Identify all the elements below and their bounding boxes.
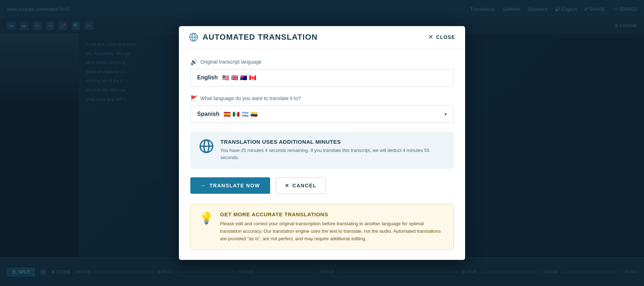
- target-lang-name: Spanish: [197, 111, 219, 117]
- flag-ar: 🇦🇷: [241, 111, 249, 118]
- target-lang-section: 🚩 What language do you want to translate…: [190, 95, 454, 123]
- info-box-content: TRANSLATION USES ADDITIONAL MINUTES You …: [220, 139, 445, 162]
- tip-title: GET MORE ACCURATE TRANSLATIONS: [220, 211, 445, 217]
- spanish-flags: 🇪🇸 🇲🇽 🇦🇷 🇨🇴: [224, 111, 258, 118]
- globe-icon: [189, 33, 198, 42]
- tip-text: Please edit and correct your original tr…: [220, 220, 445, 242]
- action-buttons-row: → TRANSLATE NOW ✕ CANCEL: [190, 177, 454, 194]
- target-lang-dropdown[interactable]: Spanish 🇪🇸 🇲🇽 🇦🇷 🇨🇴 ▾: [190, 105, 454, 123]
- lightbulb-icon: 💡: [199, 211, 214, 225]
- flag-icon: 🚩: [190, 95, 197, 102]
- info-box-text: You have 25 minutes 4 seconds remaining.…: [220, 147, 445, 162]
- translate-now-button[interactable]: → TRANSLATE NOW: [190, 177, 270, 194]
- speaker-icon: 🔊: [190, 59, 197, 65]
- original-lang-section: 🔊 Original transcript language English 🇺…: [190, 59, 454, 87]
- cancel-x-icon: ✕: [285, 183, 290, 188]
- target-lang-select-wrap: Spanish 🇪🇸 🇲🇽 🇦🇷 🇨🇴 ▾: [190, 105, 454, 123]
- flag-gb: 🇬🇧: [231, 74, 238, 81]
- modal-close-button[interactable]: ✕ CLOSE: [428, 34, 455, 40]
- flag-ca: 🇨🇦: [249, 74, 256, 81]
- accuracy-tip-box: 💡 GET MORE ACCURATE TRANSLATIONS Please …: [190, 204, 454, 250]
- modal-overlay: AUTOMATED TRANSLATION ✕ CLOSE 🔊 Original…: [0, 0, 644, 286]
- flag-es: 🇪🇸: [224, 111, 231, 118]
- target-lang-selected: Spanish 🇪🇸 🇲🇽 🇦🇷 🇨🇴: [197, 111, 258, 118]
- cancel-btn-label: CANCEL: [292, 183, 316, 188]
- original-lang-name: English: [197, 74, 218, 81]
- arrow-right-icon: →: [200, 183, 206, 188]
- flag-mx: 🇲🇽: [233, 111, 240, 118]
- flag-us: 🇺🇸: [222, 74, 229, 81]
- modal-close-label: CLOSE: [436, 34, 455, 40]
- minutes-info-box: TRANSLATION USES ADDITIONAL MINUTES You …: [190, 132, 454, 169]
- cancel-button[interactable]: ✕ CANCEL: [276, 177, 326, 194]
- original-lang-label: 🔊 Original transcript language: [190, 59, 454, 65]
- globe-info-icon: [199, 139, 214, 154]
- close-x-icon: ✕: [428, 34, 433, 40]
- flag-co: 🇨🇴: [250, 111, 258, 118]
- modal-title: AUTOMATED TRANSLATION: [203, 33, 318, 42]
- modal-body: 🔊 Original transcript language English 🇺…: [179, 49, 465, 260]
- original-lang-display: English 🇺🇸 🇬🇧 🇦🇺 🇨🇦: [190, 69, 454, 87]
- modal-title-group: AUTOMATED TRANSLATION: [189, 33, 318, 42]
- target-lang-label: 🚩 What language do you want to translate…: [190, 95, 454, 102]
- automated-translation-modal: AUTOMATED TRANSLATION ✕ CLOSE 🔊 Original…: [179, 26, 465, 260]
- chevron-down-icon: ▾: [444, 111, 447, 117]
- english-flags: 🇺🇸 🇬🇧 🇦🇺 🇨🇦: [222, 74, 256, 81]
- flag-au: 🇦🇺: [240, 74, 247, 81]
- translate-btn-label: TRANSLATE NOW: [210, 183, 260, 188]
- info-box-title: TRANSLATION USES ADDITIONAL MINUTES: [220, 139, 445, 145]
- modal-header: AUTOMATED TRANSLATION ✕ CLOSE: [179, 26, 465, 49]
- tip-content: GET MORE ACCURATE TRANSLATIONS Please ed…: [220, 211, 445, 242]
